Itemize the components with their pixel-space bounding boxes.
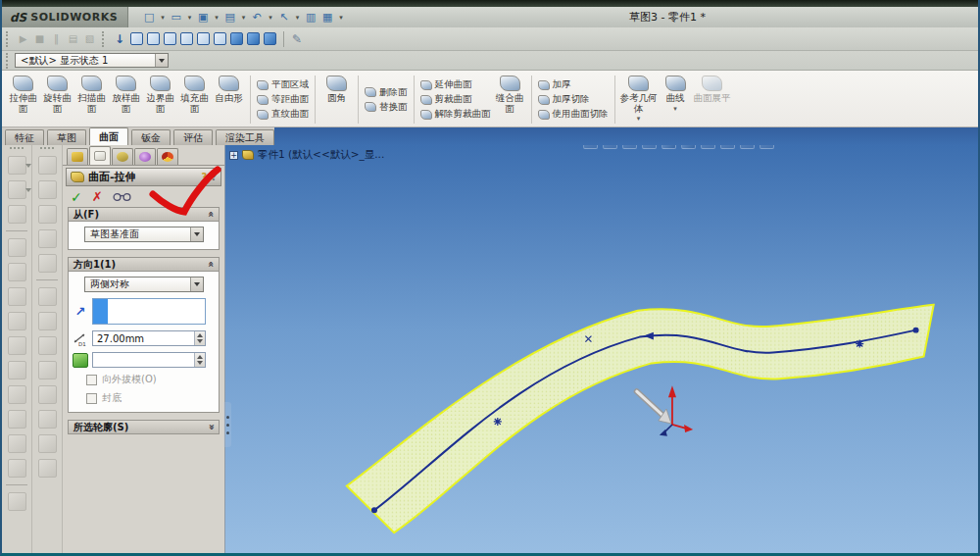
left-toolbar-icon[interactable] (8, 156, 26, 175)
isometric-view-icon[interactable] (230, 32, 243, 45)
reverse-direction-icon[interactable]: ↗ (73, 304, 88, 319)
left-toolbar-icon[interactable] (38, 410, 57, 429)
select-icon[interactable]: ↖ (277, 11, 291, 25)
left-toolbar-icon[interactable] (8, 336, 26, 355)
new-document-icon[interactable]: □ (142, 11, 156, 25)
depth-input[interactable]: 27.00mm (92, 330, 206, 346)
reference-geometry-button[interactable]: 参考几何体▾ (619, 73, 659, 126)
left-toolbar-icon[interactable] (8, 312, 26, 330)
end-condition-dropdown[interactable]: 两侧对称 (84, 277, 204, 292)
spline-endpoint[interactable] (913, 328, 918, 332)
left-toolbar-icon[interactable] (8, 287, 26, 306)
extruded-surface-button[interactable]: 拉伸曲面 (6, 73, 40, 126)
edit-appearance-icon[interactable] (720, 145, 735, 149)
flatten-surface-button[interactable]: 曲面展平 (693, 73, 732, 126)
save-icon[interactable]: ▣ (196, 11, 210, 25)
left-toolbar-icon[interactable] (38, 229, 57, 248)
dimetric-view-icon[interactable] (264, 32, 276, 45)
display-state-dropdown[interactable]: <默认> 显示状态 1 (15, 53, 169, 68)
print-icon[interactable]: ▤ (223, 11, 237, 25)
planar-surface-button[interactable]: 平面区域 (255, 77, 311, 92)
draft-angle-input[interactable] (92, 352, 206, 368)
left-toolbar-icon[interactable] (38, 254, 57, 273)
tab-sheet-metal[interactable]: 钣金 (131, 129, 171, 145)
revolved-surface-button[interactable]: 旋转曲面 (40, 73, 74, 126)
play-icon[interactable]: ▶ (17, 32, 29, 45)
graphics-viewport[interactable]: + 零件1 (默认<<默认>_显... (225, 145, 978, 553)
spline-point-marker[interactable] (856, 340, 863, 348)
right-view-icon[interactable] (180, 32, 193, 45)
draft-on-off-icon[interactable] (73, 353, 88, 368)
left-toolbar-icon[interactable] (38, 156, 57, 175)
dropdown-arrow-icon[interactable] (190, 227, 203, 241)
spinner-arrows[interactable] (194, 331, 205, 345)
display-style-icon[interactable] (681, 145, 696, 149)
toolbar-grip[interactable] (6, 53, 9, 69)
extend-surface-button[interactable]: 延伸曲面 (418, 77, 474, 92)
direction-reference-box[interactable] (92, 298, 206, 325)
trim-surface-button[interactable]: 剪裁曲面 (418, 92, 474, 107)
zoom-area-icon[interactable] (603, 145, 617, 149)
delete-face-button[interactable]: 删除面 (363, 85, 410, 100)
hide-show-items-icon[interactable] (701, 145, 715, 149)
tab-evaluate[interactable]: 评估 (173, 129, 213, 145)
boundary-surface-button[interactable]: 边界曲面 (143, 73, 177, 126)
rebuild-icon[interactable]: ▥ (304, 11, 318, 25)
cancel-button[interactable]: ✗ (92, 189, 103, 204)
draft-outward-checkbox[interactable] (86, 375, 97, 385)
offset-surface-button[interactable]: 等距曲面 (255, 92, 311, 107)
thicken-button[interactable]: 加厚 (536, 77, 573, 92)
options-icon[interactable]: ▦ (320, 11, 334, 25)
stop-icon[interactable]: ■ (33, 32, 46, 45)
filled-surface-button[interactable]: 填充曲面 (177, 73, 212, 126)
left-toolbar-icon[interactable] (38, 385, 57, 404)
dimxpertmanager-tab[interactable] (134, 148, 156, 165)
swept-surface-button[interactable]: 扫描曲面 (74, 73, 109, 126)
left-toolbar-icon[interactable] (8, 385, 26, 404)
left-toolbar-icon[interactable] (38, 434, 57, 453)
front-view-icon[interactable] (130, 32, 143, 45)
displaymanager-tab[interactable] (157, 148, 178, 165)
tab-sketch[interactable]: 草图 (47, 129, 86, 145)
tab-render-tools[interactable]: 渲染工具 (216, 129, 274, 145)
replace-face-button[interactable]: 替换面 (363, 100, 410, 115)
view-orientation-icon[interactable] (662, 145, 676, 149)
section-view-icon[interactable] (642, 145, 657, 149)
left-toolbar-icon[interactable] (38, 180, 57, 199)
thickened-cut-button[interactable]: 加厚切除 (536, 92, 592, 107)
ruled-surface-button[interactable]: 直纹曲面 (255, 107, 311, 122)
undo-icon[interactable]: ↶ (250, 11, 264, 25)
selected-contours-header[interactable]: 所选轮廓(S) « (68, 420, 220, 434)
left-toolbar-icon[interactable] (38, 336, 57, 355)
viewport-canvas[interactable] (225, 145, 978, 553)
toolbar-grip[interactable] (10, 147, 24, 149)
left-toolbar-icon[interactable] (8, 361, 26, 379)
toolbar-grip[interactable] (40, 147, 54, 149)
view-settings-icon[interactable] (760, 145, 774, 149)
left-toolbar-icon[interactable] (38, 205, 57, 224)
knit-surface-button[interactable]: 缝合曲面 (493, 73, 527, 126)
left-view-icon[interactable] (164, 32, 176, 45)
spline-point-marker[interactable] (494, 418, 502, 426)
left-toolbar-icon[interactable] (8, 459, 26, 478)
left-toolbar-icon[interactable] (38, 361, 57, 379)
toolbar-grip[interactable] (6, 31, 9, 47)
normal-to-icon[interactable]: ↓ (115, 32, 124, 46)
snapshot-icon[interactable]: ▤ (67, 32, 79, 45)
left-toolbar-icon[interactable] (8, 180, 26, 199)
tab-surfaces[interactable]: 曲面 (89, 127, 128, 145)
left-toolbar-icon[interactable] (38, 287, 57, 306)
open-icon[interactable]: ▭ (170, 11, 183, 25)
cut-with-surface-button[interactable]: 使用曲面切除 (536, 107, 611, 122)
left-toolbar-icon[interactable] (8, 205, 26, 224)
left-toolbar-icon[interactable] (8, 238, 26, 257)
start-condition-dropdown[interactable]: 草图基准面 (84, 227, 204, 242)
left-toolbar-icon[interactable] (38, 459, 57, 478)
pause-icon[interactable]: ‖ (50, 32, 63, 45)
previous-view-icon[interactable] (622, 145, 637, 149)
bottom-view-icon[interactable] (214, 32, 226, 45)
spline-endpoint[interactable] (372, 508, 377, 513)
direction1-section-header[interactable]: 方向1(1) « (68, 257, 220, 272)
dropdown-arrow-icon[interactable] (190, 278, 203, 291)
untrim-surface-button[interactable]: 解除剪裁曲面 (418, 107, 493, 122)
